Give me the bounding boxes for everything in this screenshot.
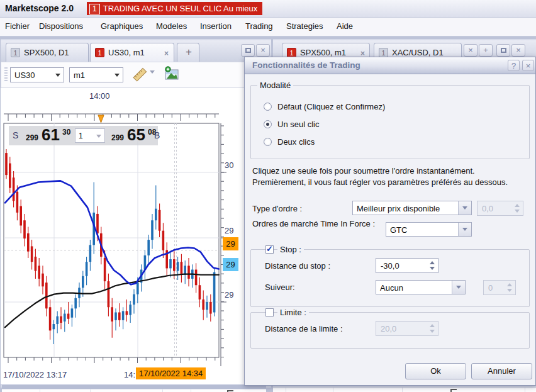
order-type-aux-spinner: 0,0 (477, 201, 523, 216)
dialog-title-bar[interactable]: Fonctionnalités de Trading ? × (245, 57, 535, 74)
snapshot-button[interactable] (164, 66, 182, 84)
trading-banner[interactable]: 1TRADING AVEC UN SEUL CLIC Au mieux (87, 2, 262, 15)
radio-default-label[interactable]: Défaut (Cliquez et Confirmez) (277, 102, 385, 111)
radio-one-click-label[interactable]: Un seul clic (277, 120, 319, 129)
menu-strategies[interactable]: Strategies (286, 21, 323, 31)
toolbar-drag-handle[interactable] (4, 67, 8, 82)
quote-panel: S 299 61 30 1 299 65 08 B (9, 126, 158, 145)
menu-bar: Fichier Dispositions Graphiques Modeles … (0, 18, 536, 36)
period-value: m1 (74, 70, 85, 80)
chart-number-icon: 1 (95, 48, 104, 57)
app-title: Marketscope 2.0 (5, 3, 74, 13)
trailing-select[interactable]: Aucun (376, 280, 466, 294)
blue-price-marker: 29 (223, 258, 238, 271)
trailing-label: Suiveur: (265, 283, 295, 292)
spin-up-icon[interactable] (430, 261, 435, 264)
spin-down-icon (430, 330, 435, 333)
tab-label: SPX500, m1 (300, 48, 346, 57)
buy-side-label: B (154, 130, 160, 140)
maximize-window-button[interactable] (496, 44, 510, 57)
stop-distance-spinner[interactable]: -30,0 (376, 258, 438, 273)
trailing-aux-spinner: 0 (483, 280, 516, 295)
chevron-down-icon (458, 201, 471, 215)
menu-graphiques[interactable]: Graphiques (101, 21, 143, 31)
chevron-down-icon (150, 70, 155, 84)
menu-modeles[interactable]: Modeles (156, 21, 187, 31)
chart-window-us30: 1 SPX500, D1 1 US30, m1 × + × US30 m1 (1, 39, 271, 388)
chart-toolbar: US30 m1 (1, 62, 267, 88)
spin-up-icon (507, 283, 512, 286)
trailing-aux-value: 0 (488, 283, 493, 293)
radio-default[interactable] (264, 103, 272, 111)
tab-label: SPX500, D1 (24, 48, 69, 57)
menu-dispositions[interactable]: Dispositions (39, 21, 83, 31)
cancel-button[interactable]: Annuler (471, 363, 532, 379)
modality-groupbox: Modalité Défaut (Cliquez et Confirmez) U… (250, 85, 530, 159)
time-in-force-value: GTC (390, 225, 407, 235)
title-bar: Marketscope 2.0 1TRADING AVEC UN SEUL CL… (0, 0, 536, 18)
stop-checkbox[interactable] (265, 245, 274, 254)
tab-spx500-d1[interactable]: 1 SPX500, D1 (6, 43, 89, 62)
close-icon: × (260, 45, 265, 55)
add-tab-button[interactable]: + (479, 44, 493, 57)
lower-chart-edge (2, 389, 266, 392)
highlighted-date-label: 17/10/2022 14:34 (136, 367, 206, 379)
limit-label: Limite : (277, 308, 309, 317)
amount-value: 1 (79, 132, 83, 140)
time-in-force-label: Ordres de marché Time In Force : (252, 219, 389, 228)
limit-checkbox[interactable] (265, 308, 274, 316)
order-type-label: Type d'ordre : (252, 204, 302, 213)
add-tab-button[interactable]: + (177, 43, 199, 62)
image-icon (164, 66, 180, 82)
dialog-title: Fonctionnalités de Trading (252, 60, 360, 70)
sell-big-figure[interactable]: 61 (42, 125, 60, 145)
close-window-button[interactable]: × (256, 44, 270, 57)
banner-text: TRADING AVEC UN SEUL CLIC Au mieux (103, 4, 258, 13)
chevron-down-icon (55, 74, 60, 77)
banner-number-badge: 1 (89, 4, 100, 14)
close-tab-button[interactable]: × (464, 44, 477, 57)
ruler-tool-button[interactable] (131, 66, 150, 84)
menu-trading[interactable]: Trading (245, 21, 273, 31)
menu-fichier[interactable]: Fichier (5, 21, 30, 31)
symbol-select[interactable]: US30 (10, 67, 64, 82)
ok-button[interactable]: Ok (405, 363, 466, 379)
chevron-down-icon (114, 74, 120, 77)
ruler-dropdown-arrow[interactable] (150, 74, 155, 85)
period-select[interactable]: m1 (69, 67, 123, 82)
spin-down-icon[interactable] (430, 267, 435, 270)
date-label-left: 17/10/2022 13:17 (3, 370, 67, 379)
tab-us30-m1[interactable]: 1 US30, m1 × (90, 43, 174, 62)
limit-distance-label: Distance de la limite : (265, 324, 343, 333)
close-window-button[interactable]: × (511, 44, 525, 57)
sell-pip-decimal: 30 (62, 128, 70, 137)
dialog-close-button[interactable]: × (522, 60, 534, 71)
sell-side-label: S (13, 130, 18, 140)
radio-one-click[interactable] (264, 120, 272, 128)
close-icon: × (526, 61, 531, 70)
radio-two-clicks-label[interactable]: Deux clics (277, 137, 315, 147)
maximize-window-button[interactable] (241, 44, 255, 57)
stop-groupbox: Stop : Distance du stop : -30,0 Suiveur:… (250, 249, 530, 307)
radio-two-clicks[interactable] (264, 138, 272, 146)
menu-aide[interactable]: Aide (337, 21, 353, 31)
order-type-value: Meilleur prix disponible (357, 204, 440, 213)
buy-big-figure[interactable]: 65 (127, 125, 145, 145)
y-label-29b: 29 (225, 290, 233, 300)
chart-pane[interactable]: 14:00 30 29 29 29 29 S 299 61 30 1 299 6… (1, 88, 267, 384)
stop-distance-label: Distance du stop : (265, 261, 330, 271)
stop-label: Stop : (277, 245, 304, 254)
order-type-select[interactable]: Meilleur prix disponible (352, 201, 472, 215)
trading-features-dialog: Fonctionnalités de Trading ? × Modalité … (244, 57, 536, 386)
stop-distance-value: -30,0 (381, 261, 399, 271)
menu-insertion[interactable]: Insertion (200, 21, 232, 31)
maximize-icon (501, 48, 506, 53)
chart-number-icon: 1 (287, 48, 296, 57)
time-in-force-select[interactable]: GTC (386, 222, 472, 237)
symbol-value: US30 (14, 70, 35, 80)
trailing-value: Aucun (380, 283, 403, 293)
close-tab-icon[interactable]: × (164, 49, 169, 58)
help-button[interactable]: ? (508, 60, 520, 71)
chart-number-icon: 1 (11, 48, 20, 57)
amount-spinner[interactable]: 1 (75, 128, 105, 143)
